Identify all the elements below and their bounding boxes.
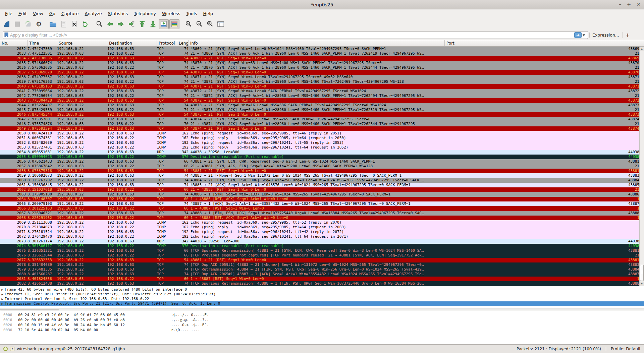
auto-scroll-toggle[interactable] — [159, 19, 169, 29]
packet-row[interactable]: 20417.775095664192.168.0.22192.168.0.63T… — [0, 89, 644, 94]
hex-row[interactable]: 003072 10 5c 44 00 00 02 04 05 b4 00 00r… — [0, 328, 644, 333]
resize-columns-button[interactable] — [216, 19, 226, 29]
packet-row[interactable]: 20578.075867842192.168.0.63192.168.0.22T… — [0, 164, 644, 169]
packet-row[interactable]: 20598.100692073192.168.0.22192.168.0.63T… — [0, 173, 644, 178]
packet-row[interactable]: 20387.674977587192.168.0.22192.168.0.63T… — [0, 75, 644, 79]
expression-button[interactable]: Expression... — [589, 33, 623, 38]
find-packet-button[interactable] — [94, 19, 104, 29]
packet-row[interactable]: 20798.376481335192.168.0.22192.168.0.63T… — [0, 267, 644, 272]
go-to-packet-button[interactable] — [126, 19, 137, 29]
packet-row[interactable]: 20407.675185163192.168.0.22192.168.0.63T… — [0, 84, 644, 89]
column-header-length[interactable]: Length — [177, 40, 189, 46]
packet-row[interactable]: 20808.401560287192.168.0.22192.168.0.63T… — [0, 272, 644, 277]
column-header-source[interactable]: Source — [57, 40, 107, 46]
packet-row[interactable]: 20688.226291962192.168.0.63192.168.0.22T… — [0, 216, 644, 220]
detail-horizontal-scrollbar[interactable] — [0, 308, 644, 311]
menu-wireless[interactable]: Wireless — [159, 10, 183, 17]
packet-row[interactable]: 20497.975593594192.168.0.22192.168.0.63T… — [0, 126, 644, 131]
packet-row[interactable]: 20477.975357801192.168.0.22192.168.0.63T… — [0, 117, 644, 122]
packet-row[interactable]: 20337.475122501192.168.0.63192.168.0.22T… — [0, 51, 644, 56]
packet-row[interactable]: 20377.575069879192.168.0.22192.168.0.63T… — [0, 70, 644, 75]
close-file-button[interactable] — [69, 19, 79, 29]
column-header-info[interactable]: Info — [189, 40, 445, 46]
restart-capture-button[interactable] — [23, 19, 33, 29]
packet-row[interactable]: 20437.775304428192.168.0.22192.168.0.63T… — [0, 98, 644, 103]
menu-help[interactable]: Help — [200, 10, 216, 17]
stop-capture-button[interactable] — [12, 19, 22, 29]
menu-capture[interactable]: Capture — [58, 10, 82, 17]
go-last-packet-button[interactable] — [148, 19, 158, 29]
packet-row[interactable]: 20698.251113608192.168.0.22192.168.0.63I… — [0, 220, 644, 225]
column-header-protocol[interactable]: Protocol — [157, 40, 177, 46]
packet-row[interactable]: 20748.301506117192.168.0.63192.168.0.22I… — [0, 244, 644, 248]
hex-row[interactable]: 001000 2c 00 00 40 00 40 06 b9 26 c0 a8 … — [0, 317, 644, 322]
packet-row[interactable]: 20588.075875316192.168.0.22192.168.0.63T… — [0, 169, 644, 173]
packet-row[interactable]: 20828.426612488192.168.0.22192.168.0.63T… — [0, 281, 644, 286]
column-header-port[interactable]: Port — [445, 40, 644, 46]
scroll-down-icon[interactable]: ▼ — [640, 282, 644, 286]
packet-row[interactable]: 20668.201225163192.168.0.63192.168.0.22T… — [0, 206, 644, 211]
display-filter-field[interactable]: ➜ ▼ — [3, 31, 588, 39]
menu-analyze[interactable]: Analyze — [82, 10, 105, 17]
bookmark-icon[interactable] — [4, 33, 8, 38]
scrollbar-thumb[interactable] — [640, 265, 644, 281]
packet-row[interactable]: 20678.226046321192.168.0.22192.168.0.63T… — [0, 211, 644, 216]
menu-file[interactable]: File — [2, 10, 15, 17]
filter-history-caret-icon[interactable]: ▼ — [582, 34, 586, 37]
packet-row[interactable]: 20518.000674361192.168.0.63192.168.0.22I… — [0, 136, 644, 140]
packet-row[interactable]: 20658.200979103192.168.0.22192.168.0.63T… — [0, 201, 644, 206]
expand-arrow-icon[interactable]: ▶ — [0, 297, 5, 301]
packet-row[interactable]: 20327.474747369192.168.0.22192.168.0.63T… — [0, 47, 644, 51]
column-header-destination[interactable]: Destination — [107, 40, 157, 46]
zoom-out-button[interactable] — [194, 19, 204, 29]
go-forward-button[interactable] — [116, 19, 126, 29]
detail-line[interactable]: ▶Ethernet II, Src: Dell_9f:df:7f (00:1e:… — [0, 292, 644, 297]
packet-row[interactable]: 20427.775296954192.168.0.63192.168.0.22T… — [0, 94, 644, 98]
packet-row[interactable]: 20818.401824856192.168.0.63192.168.0.22T… — [0, 277, 644, 281]
zoom-original-button[interactable] — [205, 19, 215, 29]
expert-info-icon[interactable]: ? — [10, 347, 14, 351]
packet-row[interactable]: 20758.326351231192.168.0.22192.168.0.63T… — [0, 248, 644, 253]
packet-row[interactable]: 20548.050551631192.168.0.22192.168.0.63U… — [0, 150, 644, 155]
packet-row[interactable]: 20778.326632353192.168.0.22192.168.0.63T… — [0, 258, 644, 262]
packet-row[interactable]: 20447.875224497192.168.0.22192.168.0.63T… — [0, 103, 644, 108]
zoom-in-button[interactable] — [183, 19, 194, 29]
packet-row[interactable]: 20457.875429559192.168.0.63192.168.0.22T… — [0, 108, 644, 112]
detail-line[interactable]: ▶Frame 42: 60 bytes on wire (480 bits), … — [0, 287, 644, 292]
packet-row[interactable]: 20347.475138635192.168.0.22192.168.0.63T… — [0, 56, 644, 61]
packet-row[interactable]: 20638.175905180192.168.0.22192.168.0.63T… — [0, 192, 644, 197]
display-filter-input[interactable] — [10, 33, 573, 38]
detail-scrollbar-thumb[interactable] — [0, 309, 59, 310]
expand-arrow-icon[interactable]: ▶ — [0, 301, 5, 306]
go-back-button[interactable] — [105, 19, 115, 29]
hex-row[interactable]: 000000 24 81 e9 c3 2f 00 1e 4f 9f df 7f … — [0, 312, 644, 317]
menu-go[interactable]: Go — [46, 10, 58, 17]
close-button[interactable]: ✕ — [636, 2, 641, 7]
start-capture-button[interactable] — [2, 19, 12, 29]
packet-row[interactable]: 20738.301261174192.168.0.22192.168.0.63U… — [0, 239, 644, 244]
packet-row[interactable]: 20768.326613844192.168.0.63192.168.0.22T… — [0, 253, 644, 258]
packet-row[interactable]: 20618.150836845192.168.0.22192.168.0.63T… — [0, 183, 644, 187]
capture-file-properties-icon[interactable] — [3, 347, 8, 351]
packet-row[interactable]: 20538.025727401192.168.0.63192.168.0.22I… — [0, 145, 644, 150]
minimize-button[interactable]: – — [619, 2, 622, 7]
menu-tools[interactable]: Tools — [183, 10, 200, 17]
detail-line[interactable]: ▶Internet Protocol Version 4, Src: 192.1… — [0, 297, 644, 301]
packet-row[interactable]: 20528.025482039192.168.0.22192.168.0.63I… — [0, 140, 644, 145]
packet-row[interactable]: 20628.151037018192.168.0.63192.168.0.22T… — [0, 187, 644, 192]
scroll-up-icon[interactable]: ▲ — [640, 47, 644, 51]
packet-row[interactable]: 20648.176148307192.168.0.63192.168.0.22T… — [0, 197, 644, 201]
packet-row[interactable]: 20558.050994023192.168.0.63192.168.0.22I… — [0, 155, 644, 159]
expand-arrow-icon[interactable]: ▶ — [0, 287, 5, 292]
packet-row[interactable]: 20788.351404689192.168.0.22192.168.0.63T… — [0, 262, 644, 267]
detail-line[interactable]: ▶Transmission Control Protocol, Src Port… — [0, 301, 644, 306]
hex-row[interactable]: 002000 16 00 15 e8 4f c8 3e 08 24 d4 0e … — [0, 322, 644, 328]
maximize-button[interactable]: + — [627, 2, 631, 7]
packet-row[interactable]: 20608.125763202192.168.0.22192.168.0.63T… — [0, 178, 644, 183]
apply-filter-button[interactable]: ➜ — [574, 32, 582, 38]
add-filter-button[interactable]: + — [623, 32, 633, 38]
profile-label[interactable]: Profile: Default — [611, 347, 641, 351]
open-file-button[interactable] — [48, 19, 58, 29]
save-file-button[interactable] — [59, 19, 69, 29]
capture-options-button[interactable]: ⚙ — [34, 19, 44, 29]
